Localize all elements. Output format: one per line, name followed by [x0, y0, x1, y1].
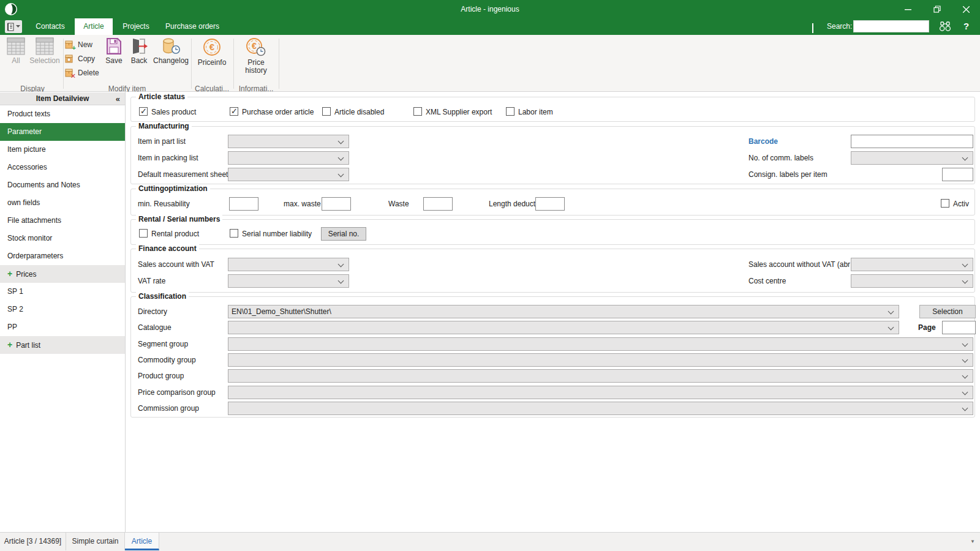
- changelog-database-icon: [161, 37, 181, 55]
- commission-group-select[interactable]: [228, 402, 973, 415]
- price-comparison-group-select[interactable]: [228, 386, 973, 399]
- labor-item-checkbox[interactable]: [506, 107, 514, 116]
- sidebar-item-accessories[interactable]: Accessories: [0, 159, 125, 176]
- expand-plus-icon: +: [7, 269, 12, 279]
- serial-no-button[interactable]: Serial no.: [321, 227, 366, 241]
- barcode-input[interactable]: [851, 135, 973, 148]
- waste-input[interactable]: [423, 197, 453, 211]
- ribbon-group-display: Display: [5, 84, 60, 92]
- sales-account-without-vat-select[interactable]: [851, 258, 973, 271]
- product-group-select[interactable]: [228, 369, 973, 383]
- tab-contacts[interactable]: Contacts: [29, 18, 72, 35]
- sidebar-item-documents-and-notes[interactable]: Documents and Notes: [0, 176, 125, 194]
- consign-labels-per-item-input[interactable]: [942, 168, 973, 181]
- minimize-button[interactable]: [894, 0, 921, 18]
- sidebar-item-pp[interactable]: PP: [0, 318, 125, 336]
- item-in-packing-list-label: Item in packing list: [138, 154, 198, 162]
- sidebar-item-own-fields[interactable]: own fields: [0, 194, 125, 212]
- sidebar-item-parameter[interactable]: Parameter: [0, 123, 125, 141]
- item-in-part-list-select[interactable]: [228, 135, 349, 148]
- restore-button[interactable]: [924, 0, 951, 18]
- no-of-comm-labels-select[interactable]: [851, 151, 973, 165]
- back-button[interactable]: Back: [124, 37, 154, 65]
- priceinfo-button[interactable]: € Priceinfo: [194, 37, 230, 67]
- max-waste-input[interactable]: [322, 197, 351, 211]
- selection-button[interactable]: Selection: [29, 37, 61, 65]
- serial-number-liability-checkbox[interactable]: [230, 229, 238, 238]
- cost-centre-label: Cost centre: [748, 277, 786, 285]
- article-disabled-checkbox[interactable]: [322, 107, 331, 116]
- price-history-button[interactable]: € Price history: [236, 37, 276, 75]
- tab-purchase-orders[interactable]: Purchase orders: [160, 18, 224, 35]
- tab-scroll-icon[interactable]: ▼: [970, 539, 975, 544]
- tab-projects[interactable]: Projects: [117, 18, 155, 35]
- help-icon[interactable]: ?: [963, 21, 969, 31]
- sidebar-collapse-icon[interactable]: «: [116, 92, 120, 105]
- barcode-link[interactable]: Barcode: [748, 137, 778, 146]
- segment-group-select[interactable]: [228, 337, 973, 351]
- page-input[interactable]: [942, 321, 976, 334]
- euro-coin-clock-icon: €: [246, 37, 266, 57]
- min-reusability-label: min. Reusability: [138, 200, 190, 208]
- page-label: Page: [918, 323, 936, 332]
- search-binoculars-icon[interactable]: [939, 21, 951, 34]
- bottom-tab-article[interactable]: Article: [125, 533, 159, 550]
- activ-label: Activ: [953, 200, 969, 208]
- delete-button[interactable]: ✕ Delete: [65, 67, 99, 79]
- sidebar-item-file-attachments[interactable]: File attachments: [0, 212, 125, 230]
- delete-button-label: Delete: [78, 69, 99, 77]
- item-in-packing-list-select[interactable]: [228, 151, 349, 165]
- rental-product-checkbox[interactable]: [139, 229, 148, 238]
- copy-button-label: Copy: [78, 54, 95, 63]
- ribbon-group-information: Informati...: [235, 84, 277, 92]
- article-disabled-label: Article disabled: [334, 108, 384, 116]
- selection-button-classification[interactable]: Selection: [919, 305, 976, 318]
- length-deduction-input[interactable]: [535, 197, 565, 211]
- save-floppy-icon: [105, 37, 123, 55]
- back-button-label: Back: [131, 57, 148, 65]
- application-menu-button[interactable]: [5, 20, 22, 33]
- segment-group-label: Segment group: [138, 340, 188, 348]
- sidebar-item-product-texts[interactable]: Product texts: [0, 105, 125, 123]
- min-reusability-input[interactable]: [229, 197, 258, 211]
- catalogue-select[interactable]: [228, 321, 899, 334]
- search-label: Search:: [827, 22, 852, 31]
- sidebar-item-sp2[interactable]: SP 2: [0, 301, 125, 318]
- main-area: Item Detailview « Product texts Paramete…: [0, 92, 980, 532]
- close-button[interactable]: [952, 0, 979, 18]
- sidebar-item-stock-monitor[interactable]: Stock monitor: [0, 230, 125, 247]
- finance-account-title: Finance account: [136, 244, 199, 253]
- directory-select[interactable]: EN\01_Demo_Shutter\Shutter\: [228, 305, 899, 318]
- sales-product-checkbox[interactable]: [139, 107, 148, 116]
- selection-button-label: Selection: [29, 57, 59, 65]
- search-input[interactable]: [853, 20, 929, 32]
- changelog-button-label: Changelog: [153, 57, 189, 65]
- bottom-tab-article-list[interactable]: Article [3 / 14369]: [0, 533, 66, 550]
- tab-article[interactable]: Article: [75, 18, 113, 35]
- all-button-label: All: [12, 57, 20, 65]
- changelog-button[interactable]: Changelog: [151, 37, 190, 65]
- sales-account-with-vat-select[interactable]: [228, 258, 349, 271]
- copy-button[interactable]: Copy: [65, 53, 95, 65]
- consign-labels-per-item-label: Consign. labels per item: [748, 170, 827, 179]
- bottom-tab-simple-curtain[interactable]: Simple curtain: [66, 533, 125, 550]
- price-history-button-label: Price history: [245, 59, 266, 75]
- commodity-group-select[interactable]: [228, 353, 973, 367]
- expand-plus-icon: +: [7, 340, 12, 350]
- purchase-order-article-checkbox[interactable]: [230, 107, 238, 116]
- default-measurement-sheet-select[interactable]: [228, 168, 349, 181]
- new-button[interactable]: + New: [65, 39, 92, 51]
- collapse-ribbon-icon[interactable]: [812, 24, 813, 33]
- xml-supplier-export-checkbox[interactable]: [413, 107, 422, 116]
- sidebar-item-part-list[interactable]: +Part list: [0, 336, 125, 354]
- sidebar-item-orderparameters[interactable]: Orderparameters: [0, 247, 125, 265]
- sidebar-item-item-picture[interactable]: Item picture: [0, 141, 125, 159]
- copy-box-icon: [65, 54, 75, 64]
- cost-centre-select[interactable]: [851, 274, 973, 288]
- sidebar-item-prices[interactable]: +Prices: [0, 265, 125, 283]
- activ-checkbox[interactable]: [941, 199, 949, 208]
- ribbon-group-calculation: Calculati...: [192, 84, 232, 92]
- all-button[interactable]: All: [5, 37, 27, 65]
- sidebar-item-sp1[interactable]: SP 1: [0, 283, 125, 301]
- vat-rate-select[interactable]: [228, 274, 349, 288]
